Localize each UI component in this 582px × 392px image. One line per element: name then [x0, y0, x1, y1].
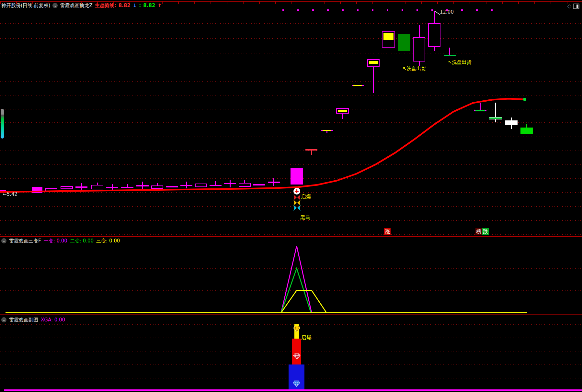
panel2-title: 雷霆戏画三变F	[9, 238, 41, 244]
marquee-badge: 榜	[475, 228, 482, 235]
chart-label: 12.00	[440, 9, 454, 15]
panel3-header: ⌄ 雷霆戏画副图 XGA: 0.00	[1, 316, 65, 323]
chart-label: ↖洗盘出货	[403, 66, 426, 72]
chart-label: ↖洗盘出货	[448, 59, 472, 65]
chart-label: 黑马	[300, 215, 311, 221]
panel3-title: 雷霆戏画副图	[9, 317, 38, 323]
panel2-collapse-chevron-icon[interactable]: ⌄	[1, 238, 6, 243]
trend-value-2: 8.82	[143, 3, 155, 8]
marquee-badge: 涨	[384, 228, 391, 235]
collapse-chevron-icon[interactable]: ⌄	[52, 3, 58, 8]
panel2-metric-2: 二变: 0.00	[70, 238, 94, 244]
layout-panel-fill	[576, 5, 578, 8]
marquee-badge: 跌	[482, 228, 489, 235]
chart-label: 启爆	[301, 194, 311, 200]
down-arrow-icon: ↓	[133, 3, 137, 8]
panel2-metric-3: 三变: 0.00	[96, 238, 120, 244]
title-bar: 神开股份(日线.前复权) ⌄ 雷霆戏画擒龙Z 主趋势线: 8.82 ↓ : 8.…	[1, 2, 162, 9]
indicator-title: 雷霆戏画擒龙Z	[60, 3, 92, 9]
up-arrow-icon: ↑	[157, 3, 162, 8]
panel3-metric: XGA: 0.00	[41, 317, 65, 323]
trend-label: 主趋势线:	[95, 3, 116, 9]
chart-label: ←5.42	[3, 191, 17, 197]
panel3-collapse-chevron-icon[interactable]: ⌄	[1, 317, 6, 322]
layout-panel-icon[interactable]	[573, 4, 579, 9]
stock-title: 神开股份(日线.前复权)	[1, 3, 50, 9]
trend-value: 8.82	[119, 3, 131, 8]
panel2-header: ⌄ 雷霆戏画三变F 一变: 0.00 二变: 0.00 三变: 0.00	[1, 237, 120, 244]
chart-label: 启爆	[301, 334, 312, 341]
panel2-metric-1: 一变: 0.00	[44, 238, 67, 244]
trading-app-window: 神开股份(日线.前复权) ⌄ 雷霆戏画擒龙Z 主趋势线: 8.82 ↓ : 8.…	[0, 0, 582, 392]
labels-layer: 12.00←5.42↖洗盘出货↖洗盘出货启爆黑马启爆涨榜跌	[0, 0, 582, 392]
trend-sep: :	[139, 3, 141, 8]
diamond-icon[interactable]: ◇	[567, 3, 571, 9]
